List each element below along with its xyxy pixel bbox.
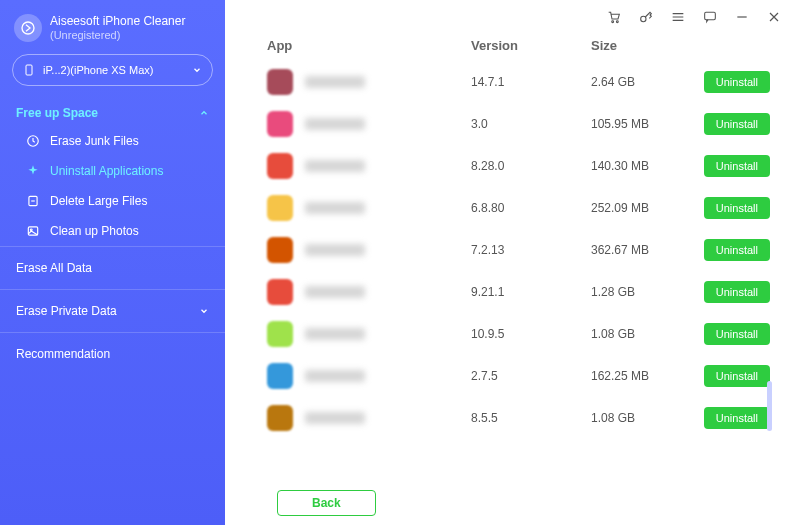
section-erase-private[interactable]: Erase Private Data <box>0 290 225 332</box>
app-version: 9.21.1 <box>471 285 591 299</box>
sidebar-item-label: Erase Junk Files <box>50 134 139 148</box>
sidebar-item-uninstall-apps[interactable]: Uninstall Applications <box>0 156 225 186</box>
chevron-down-icon <box>199 306 209 316</box>
brand-text: Aiseesoft iPhone Cleaner (Unregistered) <box>50 14 185 42</box>
sidebar: Aiseesoft iPhone Cleaner (Unregistered) … <box>0 0 225 525</box>
app-size: 1.08 GB <box>591 327 701 341</box>
app-icon <box>267 321 293 347</box>
sidebar-item-label: Uninstall Applications <box>50 164 163 178</box>
app-icon <box>267 69 293 95</box>
device-selector[interactable]: iP...2)(iPhone XS Max) <box>12 54 213 86</box>
section-recommendation[interactable]: Recommendation <box>0 333 225 375</box>
close-icon[interactable] <box>766 9 782 25</box>
svg-point-0 <box>22 22 34 34</box>
column-header-app: App <box>251 38 471 53</box>
table-row: 3.0105.95 MBUninstall <box>251 103 774 145</box>
uninstall-button[interactable]: Uninstall <box>704 323 770 345</box>
section-label: Recommendation <box>16 347 110 361</box>
app-icon <box>267 195 293 221</box>
sidebar-item-clean-photos[interactable]: Clean up Photos <box>0 216 225 246</box>
app-version: 8.5.5 <box>471 411 591 425</box>
app-version: 6.8.80 <box>471 201 591 215</box>
table-row: 8.5.51.08 GBUninstall <box>251 397 774 439</box>
image-icon <box>26 224 40 238</box>
app-version: 7.2.13 <box>471 243 591 257</box>
section-erase-all[interactable]: Erase All Data <box>0 247 225 289</box>
app-list: 14.7.12.64 GBUninstall3.0105.95 MBUninst… <box>251 61 774 481</box>
table-row: 7.2.13362.67 MBUninstall <box>251 229 774 271</box>
app-size: 162.25 MB <box>591 369 701 383</box>
main-panel: App Version Size 14.7.12.64 GBUninstall3… <box>225 0 800 525</box>
uninstall-button[interactable]: Uninstall <box>704 197 770 219</box>
table-row: 9.21.11.28 GBUninstall <box>251 271 774 313</box>
app-icon <box>267 405 293 431</box>
app-icon <box>267 237 293 263</box>
sidebar-item-label: Clean up Photos <box>50 224 139 238</box>
app-version: 3.0 <box>471 117 591 131</box>
section-label: Erase Private Data <box>16 304 117 318</box>
content: App Version Size 14.7.12.64 GBUninstall3… <box>225 34 800 525</box>
cart-icon[interactable] <box>606 9 622 25</box>
column-header-version: Version <box>471 38 591 53</box>
file-minus-icon <box>26 194 40 208</box>
uninstall-button[interactable]: Uninstall <box>704 407 770 429</box>
key-icon[interactable] <box>638 9 654 25</box>
uninstall-button[interactable]: Uninstall <box>704 71 770 93</box>
footer: Back <box>251 481 774 525</box>
app-name-blurred <box>305 76 365 88</box>
app-name-blurred <box>305 370 365 382</box>
table-row: 8.28.0140.30 MBUninstall <box>251 145 774 187</box>
app-subtitle: (Unregistered) <box>50 29 185 42</box>
chevron-down-icon <box>192 65 202 75</box>
app-size: 1.28 GB <box>591 285 701 299</box>
app-size: 1.08 GB <box>591 411 701 425</box>
sidebar-item-label: Delete Large Files <box>50 194 147 208</box>
table-row: 10.9.51.08 GBUninstall <box>251 313 774 355</box>
app-size: 140.30 MB <box>591 159 701 173</box>
svg-rect-1 <box>26 65 32 75</box>
svg-point-7 <box>616 21 618 23</box>
app-name-blurred <box>305 202 365 214</box>
minimize-icon[interactable] <box>734 9 750 25</box>
section-label: Free up Space <box>16 106 98 120</box>
brand: Aiseesoft iPhone Cleaner (Unregistered) <box>0 8 225 52</box>
uninstall-button[interactable]: Uninstall <box>704 155 770 177</box>
app-title: Aiseesoft iPhone Cleaner <box>50 14 185 28</box>
app-icon <box>267 363 293 389</box>
app-name-blurred <box>305 244 365 256</box>
app-size: 362.67 MB <box>591 243 701 257</box>
app-name-blurred <box>305 118 365 130</box>
uninstall-button[interactable]: Uninstall <box>704 281 770 303</box>
svg-point-8 <box>641 16 646 21</box>
app-icon <box>267 279 293 305</box>
app-version: 10.9.5 <box>471 327 591 341</box>
app-name-blurred <box>305 286 365 298</box>
app-size: 105.95 MB <box>591 117 701 131</box>
app-logo <box>14 14 42 42</box>
uninstall-button[interactable]: Uninstall <box>704 365 770 387</box>
app-version: 2.7.5 <box>471 369 591 383</box>
back-button[interactable]: Back <box>277 490 376 516</box>
app-name-blurred <box>305 160 365 172</box>
sidebar-item-delete-large[interactable]: Delete Large Files <box>0 186 225 216</box>
app-version: 8.28.0 <box>471 159 591 173</box>
uninstall-button[interactable]: Uninstall <box>704 239 770 261</box>
chat-icon[interactable] <box>702 9 718 25</box>
table-header: App Version Size <box>251 38 774 61</box>
app-icon <box>267 153 293 179</box>
sidebar-item-erase-junk[interactable]: Erase Junk Files <box>0 126 225 156</box>
menu-icon[interactable] <box>670 9 686 25</box>
app-version: 14.7.1 <box>471 75 591 89</box>
device-label: iP...2)(iPhone XS Max) <box>43 64 153 76</box>
app-size: 252.09 MB <box>591 201 701 215</box>
device-icon <box>23 63 35 77</box>
table-row: 6.8.80252.09 MBUninstall <box>251 187 774 229</box>
chevron-up-icon <box>199 108 209 118</box>
section-free-up-space[interactable]: Free up Space <box>0 96 225 126</box>
svg-point-6 <box>612 21 614 23</box>
table-row: 14.7.12.64 GBUninstall <box>251 61 774 103</box>
uninstall-button[interactable]: Uninstall <box>704 113 770 135</box>
scrollbar-thumb[interactable] <box>767 381 772 431</box>
table-row: 2.7.5162.25 MBUninstall <box>251 355 774 397</box>
titlebar <box>225 0 800 34</box>
